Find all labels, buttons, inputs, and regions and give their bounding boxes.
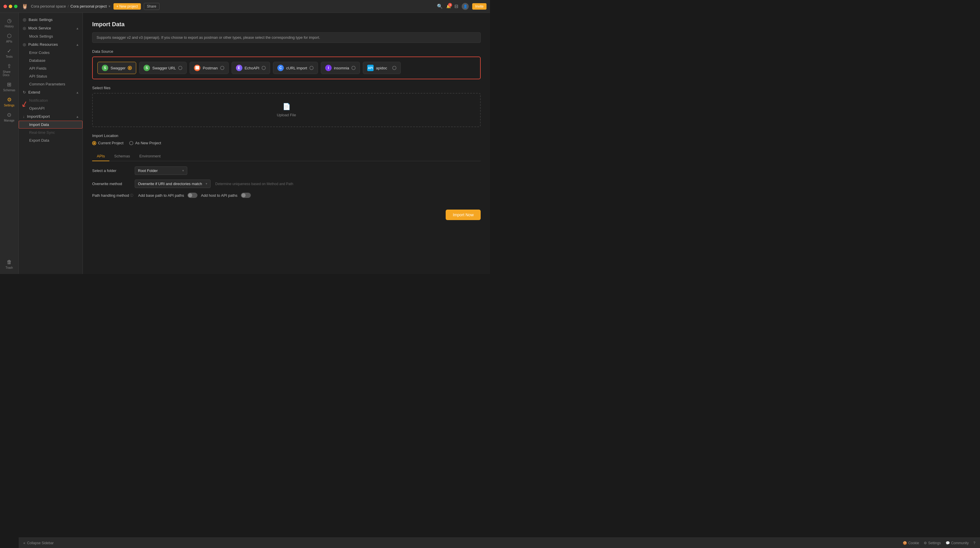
source-curl[interactable]: C cURL import [273,62,318,74]
search-icon[interactable]: 🔍 [437,3,443,9]
swagger-icon: S [102,65,108,71]
extend-icon: ↻ [23,90,26,94]
folder-select-value: Root Folder [138,168,181,173]
api-fields-label: API Fields [29,66,46,70]
api-status-item[interactable]: API Status [19,72,83,80]
folder-select[interactable]: Root Folder ▾ [135,167,187,175]
extend-header[interactable]: ↻ Extend ▲ [19,88,83,97]
close-button[interactable] [3,5,7,8]
notification-item[interactable]: Notification [19,97,83,104]
mock-settings-label: Mock Settings [29,34,53,38]
source-swagger-url[interactable]: S Swagger URL [139,62,187,74]
add-host-toggle[interactable] [241,193,251,198]
import-now-button[interactable]: Import Now [445,210,480,220]
data-source-grid: S Swagger S Swagger URL 🅿 Postman E Ech [97,62,476,74]
echoapi-radio[interactable] [262,66,266,70]
curl-radio[interactable] [309,66,313,70]
data-source-label: Data Source [92,49,480,54]
manage-label: Manage [4,119,14,122]
source-swagger[interactable]: S Swagger [97,62,136,74]
swagger-url-icon: S [143,65,150,71]
as-new-project-option[interactable]: As New Project [129,141,161,145]
tab-schemas[interactable]: Schemas [110,152,134,161]
public-resources-label: Public Resources [28,42,73,47]
sidebar-item-manage[interactable]: ⊙ Manage [2,110,17,124]
api-fields-item[interactable]: API Fields [19,64,83,72]
avatar[interactable]: 👤 [462,3,469,10]
space-label[interactable]: Cora personal space [31,4,66,8]
import-export-header[interactable]: ↓ Import/Export ▲ [19,112,83,121]
upload-area[interactable]: 📄 Upload File [92,93,480,127]
apidoc-radio[interactable] [392,66,396,70]
sidebar-item-settings[interactable]: ⚙ Settings [2,95,17,109]
current-project-option[interactable]: Current Project [92,141,123,145]
export-data-item[interactable]: Export Data [19,137,83,144]
sidebar-item-schemas[interactable]: ⊞ Schemas [2,79,17,94]
apidoc-icon: API [367,65,374,71]
schemas-label: Schemas [3,89,16,92]
mock-service-icon: ◎ [23,26,26,30]
swagger-radio[interactable] [128,66,132,70]
real-time-sync-item[interactable]: Real-time Sync [19,129,83,137]
notification-badge[interactable]: 🔔 3 [446,4,451,8]
maximize-button[interactable] [14,5,18,8]
minimize-button[interactable] [9,5,12,8]
common-parameters-item[interactable]: Common Parameters [19,80,83,88]
import-location-group: Current Project As New Project [92,141,480,145]
folder-select-arrow: ▾ [182,169,184,173]
settings-icon: ⚙ [7,97,12,103]
current-project-radio[interactable] [92,141,96,145]
sidebar-item-history[interactable]: ◷ History [2,16,17,30]
current-project-label: Current Project [98,141,123,145]
basic-settings-label: Basic Settings [29,17,79,22]
project-label[interactable]: Cora personal project [71,4,107,8]
basic-settings-item[interactable]: ◎ Basic Settings [19,15,83,24]
mock-settings-item[interactable]: Mock Settings [19,32,83,40]
source-postman[interactable]: 🅿 Postman [189,62,228,74]
share-docs-label: Share Docs [3,70,16,77]
sidebar-item-trash[interactable]: 🗑 Trash [2,257,17,271]
postman-radio[interactable] [220,66,224,70]
public-resources-header[interactable]: ◎ Public Resources ▲ [19,40,83,49]
source-echoapi[interactable]: E EchoAPI [232,62,270,74]
chevron-down-icon[interactable]: ▾ [108,4,111,8]
mock-service-header[interactable]: ◎ Mock Service ▲ [19,24,83,32]
error-codes-item[interactable]: Error Codes [19,49,83,57]
postman-icon: 🅿 [194,65,200,71]
sidebar-item-apis[interactable]: ⬡ APIs [2,31,17,45]
insomnia-label: insomnia [334,66,349,70]
swagger-label: Swagger [111,66,126,70]
as-new-project-radio[interactable] [129,141,133,145]
tab-environment[interactable]: Environment [135,152,165,161]
source-apidoc[interactable]: API apidoc [363,62,401,74]
import-data-item[interactable]: Import Data [19,121,83,129]
sidebar: ◎ Basic Settings ◎ Mock Service ▲ Mock S… [19,13,83,274]
schemas-icon: ⊞ [7,81,11,88]
apis-label: APIs [6,40,12,43]
invite-button[interactable]: Invite [472,3,487,10]
mock-service-collapse-icon: ▲ [76,27,79,30]
import-tabs: APIs Schemas Environment [92,152,480,161]
new-project-button[interactable]: + New project [113,3,141,10]
swagger-url-radio[interactable] [178,66,182,70]
echoapi-label: EchoAPI [245,66,259,70]
sidebar-item-tests[interactable]: ✓ Tests [2,46,17,60]
tests-label: Tests [6,55,13,58]
import-export-icon: ↓ [23,114,25,119]
share-button[interactable]: Share [144,3,159,10]
select-folder-row: Select a folder Root Folder ▾ [92,167,480,175]
echoapi-icon: E [236,65,242,71]
overwrite-method-select[interactable]: Overwrite if URI and directories match ▾ [135,179,211,188]
layout-icon[interactable]: ⊟ [454,3,458,9]
upload-file-label: Upload File [277,113,296,117]
insomnia-radio[interactable] [352,66,356,70]
database-item[interactable]: Database [19,57,83,64]
tab-apis[interactable]: APIs [92,152,110,161]
sidebar-item-share-docs[interactable]: ⇧ Share Docs [2,61,17,78]
app-logo: 🦉 [22,3,28,10]
add-base-path-toggle[interactable] [188,193,197,198]
topbar-right: 🔍 🔔 3 ⊟ 👤 Invite [437,3,487,10]
path-handling-help-icon[interactable]: ⓘ [130,193,133,198]
source-insomnia[interactable]: I insomnia [321,62,360,74]
add-base-path-label: Add base path to API paths [138,193,184,198]
